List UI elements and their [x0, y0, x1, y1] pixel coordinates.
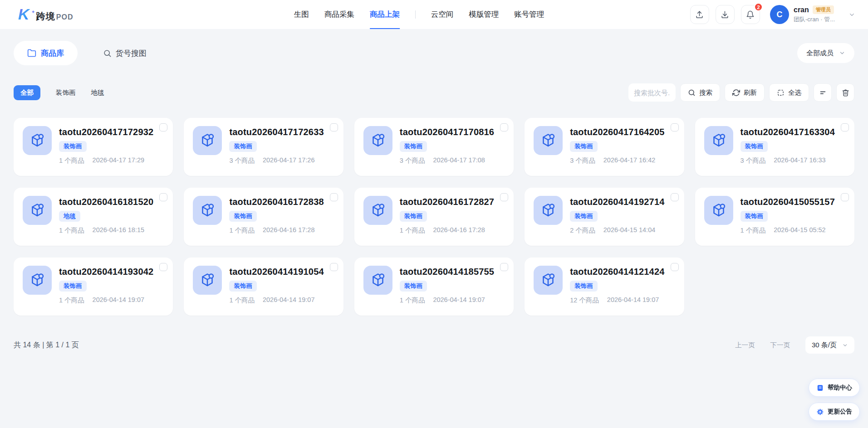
filter-tab-3[interactable]: 地毯: [91, 85, 104, 100]
chevron-down-icon: [842, 342, 848, 348]
cube-icon: [23, 266, 52, 295]
card-checkbox[interactable]: [841, 123, 849, 131]
card-count: 3 个商品: [400, 156, 425, 165]
card-tag: 装饰画: [740, 211, 768, 222]
card-checkbox[interactable]: [159, 263, 167, 271]
batch-card[interactable]: taotu20260414185755 装饰画 1 个商品 2026-04-14…: [354, 258, 514, 316]
sort-button[interactable]: [814, 83, 832, 102]
search-button[interactable]: 搜索: [680, 83, 720, 102]
card-checkbox[interactable]: [500, 263, 508, 271]
batch-card[interactable]: taotu20260417172633 装饰画 3 个商品 2026-04-17…: [184, 118, 343, 176]
card-info: taotu20260414185755 装饰画 1 个商品 2026-04-14…: [400, 266, 494, 305]
batch-card[interactable]: taotu20260417164205 装饰画 3 个商品 2026-04-17…: [525, 118, 684, 176]
nav-item-1[interactable]: 生图: [294, 0, 309, 29]
card-checkbox[interactable]: [159, 123, 167, 131]
batch-card[interactable]: taotu20260417163304 装饰画 3 个商品 2026-04-17…: [695, 118, 854, 176]
nav-item-3[interactable]: 商品上架: [370, 0, 400, 29]
card-checkbox[interactable]: [330, 123, 338, 131]
card-info: taotu20260415055157 装饰画 1 个商品 2026-04-15…: [740, 196, 835, 235]
card-title: taotu20260417172932: [59, 126, 153, 137]
refresh-button[interactable]: 刷新: [725, 83, 765, 102]
filter-tab-1[interactable]: 全部: [14, 85, 40, 100]
card-checkbox[interactable]: [330, 263, 338, 271]
cube-icon: [363, 126, 392, 155]
card-checkbox[interactable]: [500, 193, 508, 201]
app-header: K ✦ 跨境 POD 生图商品采集商品上架云空间模版管理账号管理 2 C: [0, 0, 868, 29]
card-checkbox[interactable]: [841, 193, 849, 201]
card-checkbox[interactable]: [671, 193, 679, 201]
card-tag: 装饰画: [400, 211, 427, 222]
batch-search-input[interactable]: [628, 83, 676, 102]
member-filter-select[interactable]: 全部成员: [797, 43, 854, 63]
batch-card[interactable]: taotu20260414192714 装饰画 2 个商品 2026-04-15…: [525, 188, 684, 246]
card-count: 1 个商品: [229, 296, 255, 305]
batch-card[interactable]: taotu20260417172932 装饰画 1 个商品 2026-04-17…: [14, 118, 173, 176]
cube-icon: [193, 266, 222, 295]
card-tag: 装饰画: [400, 281, 427, 292]
bell-icon: [746, 10, 755, 19]
card-title: taotu20260417172633: [229, 126, 324, 137]
batch-card[interactable]: taotu20260414191054 装饰画 1 个商品 2026-04-14…: [184, 258, 343, 316]
card-checkbox[interactable]: [671, 123, 679, 131]
card-checkbox[interactable]: [671, 263, 679, 271]
card-info: taotu20260416172827 装饰画 1 个商品 2026-04-16…: [400, 196, 494, 235]
image-search-button[interactable]: 货号搜图: [103, 48, 147, 58]
card-time: 2026-04-14 19:07: [263, 296, 315, 305]
card-title: taotu20260417170816: [400, 126, 494, 137]
delete-button[interactable]: [836, 83, 854, 102]
batch-card[interactable]: taotu20260416172827 装饰画 1 个商品 2026-04-16…: [354, 188, 514, 246]
card-tag: 装饰画: [59, 141, 87, 152]
card-checkbox[interactable]: [159, 193, 167, 201]
download-button[interactable]: [716, 5, 735, 24]
card-time: 2026-04-15 14:04: [603, 226, 656, 235]
card-time: 2026-04-17 16:42: [603, 156, 656, 165]
card-tag: 装饰画: [400, 141, 427, 152]
download-icon: [721, 10, 729, 19]
cube-icon: [363, 196, 392, 225]
updates-button[interactable]: 更新公告: [809, 403, 860, 421]
product-library-button[interactable]: 商品库: [14, 41, 78, 65]
batch-card[interactable]: taotu20260416181520 地毯 1 个商品 2026-04-16 …: [14, 188, 173, 246]
gear-icon: [816, 408, 824, 416]
select-all-icon: [777, 89, 785, 97]
card-tag: 装饰画: [229, 141, 257, 152]
sort-icon: [819, 89, 827, 97]
cube-icon: [23, 196, 52, 225]
card-title: taotu20260416172838: [229, 196, 324, 207]
upload-button[interactable]: [690, 5, 709, 24]
cube-icon: [193, 196, 222, 225]
batch-card[interactable]: taotu20260414121424 装饰画 12 个商品 2026-04-1…: [525, 258, 684, 316]
card-checkbox[interactable]: [330, 193, 338, 201]
user-menu[interactable]: C cran 管理员 团队-cran · 管...: [770, 5, 855, 24]
nav-item-5[interactable]: 模版管理: [469, 0, 499, 29]
nav-item-4[interactable]: 云空间: [431, 0, 454, 29]
filter-row: 全部装饰画地毯 搜索 刷新 全选: [14, 83, 854, 102]
page-size-select[interactable]: 30 条/页: [805, 336, 854, 354]
help-center-button[interactable]: 帮助中心: [809, 379, 860, 397]
next-page-button[interactable]: 下一页: [770, 341, 790, 350]
member-filter-value: 全部成员: [806, 49, 834, 58]
select-all-button[interactable]: 全选: [769, 83, 809, 102]
filter-tab-2[interactable]: 装饰画: [56, 85, 76, 100]
card-count: 2 个商品: [570, 226, 595, 235]
notifications-button[interactable]: 2: [741, 5, 760, 24]
card-checkbox[interactable]: [500, 123, 508, 131]
batch-card[interactable]: taotu20260417170816 装饰画 3 个商品 2026-04-17…: [354, 118, 514, 176]
card-count: 3 个商品: [229, 156, 255, 165]
card-time: 2026-04-16 17:28: [433, 226, 485, 235]
avatar: C: [770, 5, 789, 24]
image-search-label: 货号搜图: [116, 48, 147, 58]
trash-icon: [842, 89, 849, 97]
batch-card[interactable]: taotu20260415055157 装饰画 1 个商品 2026-04-15…: [695, 188, 854, 246]
main-nav: 生图商品采集商品上架云空间模版管理账号管理: [294, 0, 544, 29]
prev-page-button[interactable]: 上一页: [735, 341, 755, 350]
batch-card[interactable]: taotu20260414193042 装饰画 1 个商品 2026-04-14…: [14, 258, 173, 316]
batch-card[interactable]: taotu20260416172838 装饰画 1 个商品 2026-04-16…: [184, 188, 343, 246]
chevron-down-icon: [839, 50, 845, 56]
nav-item-6[interactable]: 账号管理: [514, 0, 544, 29]
card-time: 2026-04-15 05:52: [774, 226, 826, 235]
card-time: 2026-04-14 19:07: [607, 296, 659, 305]
cube-icon: [704, 126, 733, 155]
notification-badge: 2: [754, 3, 763, 11]
nav-item-2[interactable]: 商品采集: [324, 0, 354, 29]
